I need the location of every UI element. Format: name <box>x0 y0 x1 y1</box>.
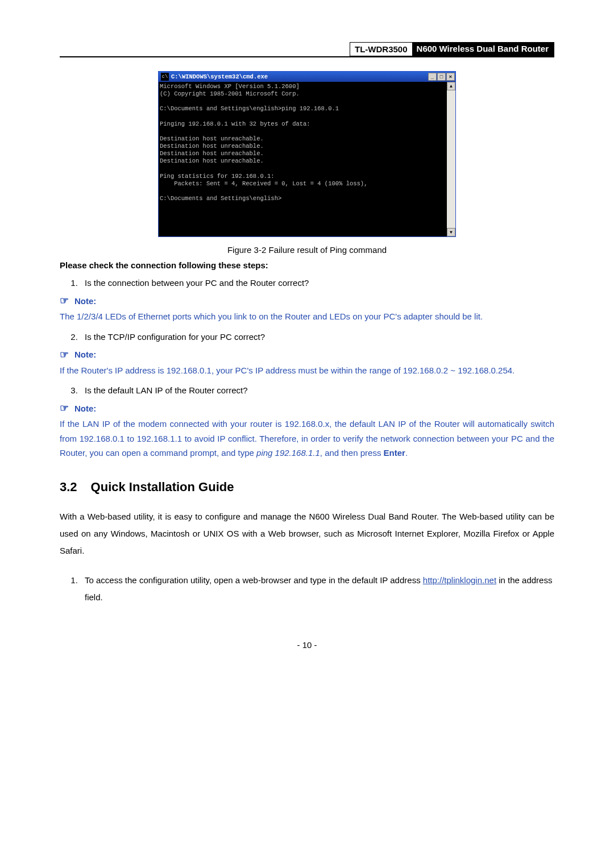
maximize-button[interactable]: □ <box>437 73 446 81</box>
step-3: Is the default LAN IP of the Router corr… <box>80 385 554 395</box>
note-label: Note: <box>74 404 96 413</box>
note3-enter: Enter <box>384 448 405 458</box>
section-heading: 3.2Quick Installation Guide <box>60 480 554 495</box>
note3-command: ping 192.168.1.1 <box>256 448 320 458</box>
note-body-3: If the LAN IP of the modem connected wit… <box>60 417 554 460</box>
pointing-hand-icon: ☞ <box>60 296 69 306</box>
note-heading-3: ☞ Note: <box>60 403 554 413</box>
tplink-login-link[interactable]: http://tplinklogin.net <box>423 575 496 585</box>
cmd-window: c\ C:\WINDOWS\system32\cmd.exe _ □ × Mic… <box>158 71 456 237</box>
close-button[interactable]: × <box>446 73 455 81</box>
cmd-scrollbar[interactable]: ▲ ▼ <box>447 82 455 236</box>
scroll-track[interactable] <box>447 90 455 228</box>
note3-mid: , and then press <box>320 448 384 458</box>
step-2: Is the TCP/IP configuration for your PC … <box>80 332 554 342</box>
scroll-up-icon[interactable]: ▲ <box>447 82 455 90</box>
note-label: Note: <box>74 296 96 306</box>
note-heading-2: ☞ Note: <box>60 350 554 360</box>
header-rule <box>60 56 554 57</box>
cmd-icon: c\ <box>161 73 169 81</box>
header-product: N600 Wireless Dual Band Router <box>412 42 554 56</box>
note-label: Note: <box>74 350 96 359</box>
note-body-2: If the Router's IP address is 192.168.0.… <box>60 363 554 378</box>
scroll-down-icon[interactable]: ▼ <box>447 228 455 236</box>
cmd-titlebar: c\ C:\WINDOWS\system32\cmd.exe _ □ × <box>159 72 455 82</box>
note-body-1: The 1/2/3/4 LEDs of Ethernet ports which… <box>60 309 554 324</box>
minimize-button[interactable]: _ <box>428 73 437 81</box>
note-heading-1: ☞ Note: <box>60 296 554 306</box>
intro-paragraph: With a Web-based utility, it is easy to … <box>60 508 554 559</box>
page-header: TL-WDR3500 N600 Wireless Dual Band Route… <box>60 42 554 56</box>
page-number: - 10 - <box>60 640 554 650</box>
cmd-title: C:\WINDOWS\system32\cmd.exe <box>171 73 428 80</box>
section-number: 3.2 <box>60 480 77 495</box>
cmd-output: Microsoft Windows XP [Version 5.1.2600] … <box>159 82 447 236</box>
check-heading: Please check the connection following th… <box>60 260 554 270</box>
section-title-text: Quick Installation Guide <box>91 480 234 494</box>
figure-caption: Figure 3-2 Failure result of Ping comman… <box>60 245 554 255</box>
step-1: Is the connection between your PC and th… <box>80 278 554 288</box>
note3-suffix: . <box>405 448 408 458</box>
pointing-hand-icon: ☞ <box>60 403 69 413</box>
qig-step-1: To access the configuration utility, ope… <box>80 572 554 606</box>
pointing-hand-icon: ☞ <box>60 350 69 360</box>
header-model: TL-WDR3500 <box>350 42 412 56</box>
qig1-prefix: To access the configuration utility, ope… <box>85 575 423 585</box>
